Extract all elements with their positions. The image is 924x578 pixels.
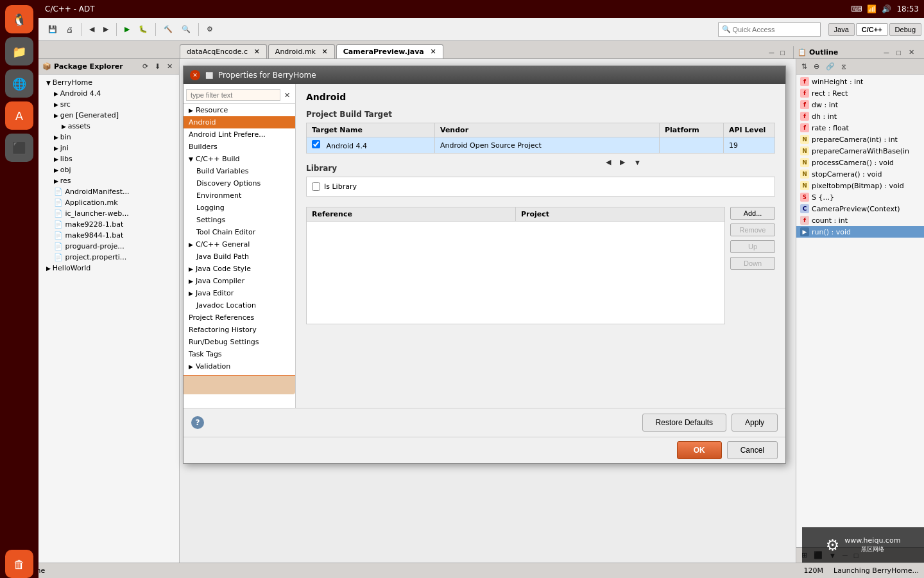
nav-run-debug[interactable]: Run/Debug Settings: [184, 336, 295, 348]
ubuntu-logo-icon[interactable]: 🐧: [5, 5, 33, 33]
nav-refactoring-history[interactable]: Refactoring History: [184, 324, 295, 336]
outline-min-button[interactable]: ─: [881, 46, 893, 58]
outline-item-winheight[interactable]: f winHeight : int: [796, 76, 924, 87]
nav-build-variables[interactable]: Build Variables: [184, 165, 295, 177]
tree-item-bin[interactable]: bin: [38, 132, 179, 143]
nav-java-code-style[interactable]: ▶Java Code Style: [184, 263, 295, 275]
tree-item-proguard[interactable]: 📄 proguard-proje...: [38, 241, 179, 252]
nav-toolchain-editor[interactable]: Tool Chain Editor: [184, 226, 295, 238]
outline-item-stopcamera[interactable]: N stopCamera() : void: [796, 168, 924, 180]
filter-clear-button[interactable]: ✕: [282, 91, 293, 100]
files-icon[interactable]: 📁: [5, 37, 33, 66]
nav-validation[interactable]: ▶Validation: [184, 360, 295, 372]
outline-item-processcamera[interactable]: N processCamera() : void: [796, 157, 924, 168]
outline-item-camerapreview-constructor[interactable]: C CameraPreview(Context): [796, 203, 924, 215]
outline-item-run[interactable]: ▶ run() : void: [796, 226, 924, 238]
back-button[interactable]: ◀: [86, 23, 98, 35]
nav-javadoc-location[interactable]: Javadoc Location: [184, 299, 295, 311]
close-tab-0-icon[interactable]: ✕: [254, 48, 260, 56]
trash-icon[interactable]: 🗑: [5, 550, 33, 578]
perspective-cpp-tab[interactable]: C/C++: [856, 23, 888, 36]
outline-item-dh[interactable]: f dh : int: [796, 110, 924, 122]
pe-collapse-button[interactable]: ⬇: [152, 62, 163, 71]
tree-item-androidmanifest[interactable]: 📄 AndroidManifest...: [38, 186, 179, 197]
nav-android[interactable]: Android: [184, 116, 295, 128]
nav-task-tags[interactable]: Task Tags: [184, 348, 295, 360]
browser-icon[interactable]: 🌐: [5, 69, 33, 98]
down-ref-button[interactable]: Down: [730, 257, 775, 270]
run-button[interactable]: ▶: [121, 23, 133, 35]
tab-androidmk[interactable]: Android.mk ✕: [268, 44, 335, 58]
tree-item-iclauncher[interactable]: 📄 ic_launcher-web...: [38, 208, 179, 219]
tab-dataacq[interactable]: dataAcqEncode.c ✕: [180, 44, 267, 58]
app-icon-1[interactable]: A: [5, 101, 33, 130]
nav-java-build-path[interactable]: Java Build Path: [184, 250, 295, 263]
outline-item-preparecamera[interactable]: N prepareCamera(int) : int: [796, 134, 924, 145]
tree-item-berryhome[interactable]: BerryHome: [38, 77, 179, 88]
close-pe-button[interactable]: ✕: [164, 62, 175, 71]
nav-android-lint[interactable]: Android Lint Prefere...: [184, 128, 295, 141]
quick-access-input[interactable]: [718, 22, 821, 37]
perspective-debug-tab[interactable]: Debug: [889, 23, 921, 36]
outline-item-static[interactable]: S S {...}: [796, 191, 924, 203]
back-nav-button[interactable]: ◀: [603, 156, 614, 168]
nav-builders[interactable]: Builders: [184, 141, 295, 153]
search-button[interactable]: 🔍: [178, 23, 194, 35]
tree-item-make9844[interactable]: 📄 make9844-1.bat: [38, 230, 179, 241]
ok-button[interactable]: OK: [677, 441, 722, 459]
outline-item-dw[interactable]: f dw : int: [796, 99, 924, 110]
is-library-checkbox[interactable]: [312, 182, 320, 191]
outline-item-preparecamerabase[interactable]: N prepareCameraWithBase(in: [796, 145, 924, 157]
tree-item-src[interactable]: src: [38, 99, 179, 110]
close-outline-button[interactable]: ✕: [905, 46, 918, 58]
tree-item-obj[interactable]: obj: [38, 164, 179, 175]
outline-item-pixeltobmp[interactable]: N pixeltobmp(Bitmap) : void: [796, 180, 924, 191]
up-ref-button[interactable]: Up: [730, 240, 775, 253]
max-editor-button[interactable]: □: [777, 47, 788, 58]
outline-link-button[interactable]: 🔗: [823, 61, 837, 72]
cancel-button[interactable]: Cancel: [727, 441, 778, 459]
tree-item-libs[interactable]: libs: [38, 153, 179, 164]
nav-cpp-general[interactable]: ▶C/C++ General: [184, 238, 295, 250]
outline-item-count[interactable]: f count : int: [796, 215, 924, 226]
outline-collapse-button[interactable]: ⊖: [811, 61, 822, 72]
tree-item-res[interactable]: res: [38, 175, 179, 186]
outline-item-rate[interactable]: f rate : float: [796, 122, 924, 134]
close-tab-1-icon[interactable]: ✕: [321, 48, 327, 56]
target-checkbox[interactable]: [312, 140, 320, 148]
print-button[interactable]: 🖨: [63, 24, 76, 35]
tree-item-assets[interactable]: assets: [38, 121, 179, 132]
nav-resource[interactable]: ▶Resource: [184, 104, 295, 116]
forward-button[interactable]: ▶: [100, 23, 112, 35]
tree-item-gen[interactable]: gen [Generated]: [38, 110, 179, 121]
remove-ref-button[interactable]: Remove: [730, 223, 775, 236]
settings-button[interactable]: ⚙: [203, 23, 216, 35]
nav-environment[interactable]: Environment: [184, 189, 295, 202]
nav-logging[interactable]: Logging: [184, 202, 295, 214]
tree-item-android44[interactable]: Android 4.4: [38, 88, 179, 99]
forward-nav-button[interactable]: ▶: [617, 156, 628, 168]
help-icon[interactable]: ?: [191, 416, 204, 429]
close-tab-2-icon[interactable]: ✕: [431, 48, 436, 56]
build-button[interactable]: 🔨: [160, 23, 176, 35]
tree-item-jni[interactable]: jni: [38, 143, 179, 153]
terminal-icon[interactable]: ⬛: [5, 134, 33, 162]
tab-camerapreview[interactable]: CameraPreview.java ✕: [336, 44, 443, 58]
nav-java-compiler[interactable]: ▶Java Compiler: [184, 275, 295, 287]
outline-max-button[interactable]: □: [893, 46, 904, 58]
target-row-android44[interactable]: Android 4.4 Android Open Source Project …: [307, 137, 775, 153]
dialog-close-button[interactable]: ✕: [190, 70, 200, 80]
nav-java-editor[interactable]: ▶Java Editor: [184, 287, 295, 299]
tree-item-applicationmk[interactable]: 📄 Application.mk: [38, 197, 179, 208]
nav-project-references[interactable]: Project References: [184, 311, 295, 324]
min-editor-button[interactable]: ─: [766, 47, 778, 58]
nav-cpp-build[interactable]: ▼C/C++ Build: [184, 153, 295, 165]
pe-sync-button[interactable]: ⟳: [140, 62, 151, 71]
nav-discovery-options[interactable]: Discovery Options: [184, 177, 295, 189]
tree-item-project[interactable]: 📄 project.properti...: [38, 252, 179, 263]
outline-item-rect[interactable]: f rect : Rect: [796, 87, 924, 99]
outline-sort-button[interactable]: ⇅: [799, 61, 810, 72]
save-button[interactable]: 💾: [45, 23, 60, 35]
filter-input[interactable]: [186, 89, 280, 101]
expand-button[interactable]: ▼: [631, 157, 644, 168]
